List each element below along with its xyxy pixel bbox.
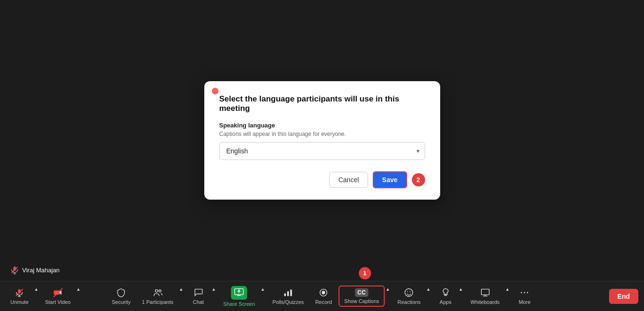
whiteboards-icon	[480, 287, 490, 298]
polls-icon	[283, 287, 293, 298]
apps-arrow-button[interactable]: ▲	[458, 285, 464, 308]
meeting-area: Viraj Mahajan Select the language partic…	[0, 0, 644, 281]
svg-rect-14	[284, 294, 286, 296]
video-group: Start Video ▲	[40, 285, 81, 308]
participants-label: 1 Participants	[142, 299, 174, 305]
security-label: Security	[112, 299, 131, 305]
dialog-close-button[interactable]	[212, 88, 218, 94]
cancel-button[interactable]: Cancel	[329, 172, 368, 188]
reactions-icon	[404, 287, 414, 298]
svg-point-11	[159, 290, 161, 292]
toolbar-left: Unmute ▲ Start Video ▲	[6, 285, 82, 308]
more-label: More	[519, 299, 530, 305]
share-screen-label: Share Screen	[223, 301, 255, 307]
polls-label: Polls/Quizzes	[272, 299, 304, 305]
start-video-button[interactable]: Start Video	[40, 286, 75, 307]
svg-point-29	[527, 292, 528, 294]
polls-button[interactable]: Polls/Quizzes	[268, 286, 309, 307]
show-captions-group: 1 CC Show Captions ▲	[339, 285, 391, 308]
reactions-group: Reactions ▲	[393, 285, 432, 308]
toolbar-right: End	[609, 289, 638, 304]
share-icon-wrap	[231, 286, 247, 300]
show-captions-label: Show Captions	[344, 298, 379, 304]
cc-icon: CC	[355, 288, 368, 297]
svg-rect-24	[481, 289, 489, 295]
svg-point-10	[155, 290, 158, 293]
mic-muted-icon	[14, 287, 25, 298]
unmute-group: Unmute ▲	[6, 285, 39, 308]
video-arrow-button[interactable]: ▲	[75, 285, 82, 308]
show-captions-button[interactable]: CC Show Captions	[339, 286, 385, 307]
language-select[interactable]: English Spanish French German Japanese C…	[219, 142, 425, 160]
record-button[interactable]: Record	[310, 286, 336, 307]
end-button[interactable]: End	[609, 289, 638, 304]
chat-label: Chat	[193, 299, 204, 305]
start-video-label: Start Video	[45, 299, 70, 305]
participants-icon	[152, 287, 163, 298]
save-button[interactable]: Save	[373, 171, 407, 188]
show-captions-arrow-button[interactable]: ▲	[385, 285, 391, 308]
unmute-button[interactable]: Unmute	[6, 286, 33, 307]
apps-button[interactable]: Apps	[433, 286, 458, 307]
record-label: Record	[315, 299, 332, 305]
reactions-arrow-button[interactable]: ▲	[425, 285, 431, 308]
svg-rect-16	[290, 290, 292, 296]
svg-point-27	[521, 292, 522, 294]
language-select-wrapper: English Spanish French German Japanese C…	[219, 142, 425, 160]
reactions-label: Reactions	[398, 299, 421, 305]
whiteboards-group: Whiteboards ▲	[466, 285, 510, 308]
svg-point-28	[524, 292, 526, 294]
whiteboards-label: Whiteboards	[470, 299, 500, 305]
record-icon	[318, 287, 329, 298]
more-button[interactable]: More	[512, 286, 537, 307]
svg-point-18	[322, 291, 325, 294]
toolbar-center: Security 1 Participants ▲ Chat	[107, 284, 537, 309]
step-badge-1: 1	[359, 267, 371, 279]
participants-group: 1 Participants ▲	[137, 285, 184, 308]
share-screen-button[interactable]: Share Screen	[218, 284, 259, 309]
video-off-icon	[53, 287, 63, 298]
security-button[interactable]: Security	[107, 286, 135, 307]
apps-group: Apps ▲	[433, 285, 464, 308]
step-badge-2: 2	[412, 173, 425, 186]
svg-point-20	[407, 291, 408, 292]
participants-button[interactable]: 1 Participants	[137, 286, 178, 307]
whiteboards-button[interactable]: Whiteboards	[466, 286, 504, 307]
language-dialog: Select the language participants will us…	[204, 81, 440, 200]
section-desc: Captions will appear in this language fo…	[219, 131, 425, 137]
chat-arrow-button[interactable]: ▲	[210, 285, 217, 308]
security-icon	[116, 287, 126, 298]
unmute-arrow-button[interactable]: ▲	[33, 285, 40, 308]
dialog-title: Select the language participants will us…	[219, 94, 425, 113]
share-screen-arrow-button[interactable]: ▲	[260, 285, 266, 308]
chat-button[interactable]: Chat	[186, 286, 210, 307]
toolbar: Unmute ▲ Start Video ▲ Security	[0, 281, 644, 311]
section-label: Speaking language	[219, 122, 425, 129]
apps-label: Apps	[440, 299, 452, 305]
share-screen-group: Share Screen ▲	[218, 284, 266, 309]
reactions-button[interactable]: Reactions	[393, 286, 426, 307]
apps-icon	[440, 287, 451, 298]
chat-group: Chat ▲	[186, 285, 217, 308]
share-screen-icon	[234, 287, 244, 297]
more-icon	[519, 287, 530, 298]
chat-icon	[193, 287, 203, 298]
svg-point-21	[410, 291, 411, 292]
svg-rect-15	[287, 291, 289, 296]
unmute-label: Unmute	[10, 299, 29, 305]
dialog-actions: Cancel Save 2	[219, 171, 425, 188]
whiteboards-arrow-button[interactable]: ▲	[504, 285, 510, 308]
dialog-overlay: Select the language participants will us…	[0, 0, 644, 281]
participants-arrow-button[interactable]: ▲	[178, 285, 184, 308]
